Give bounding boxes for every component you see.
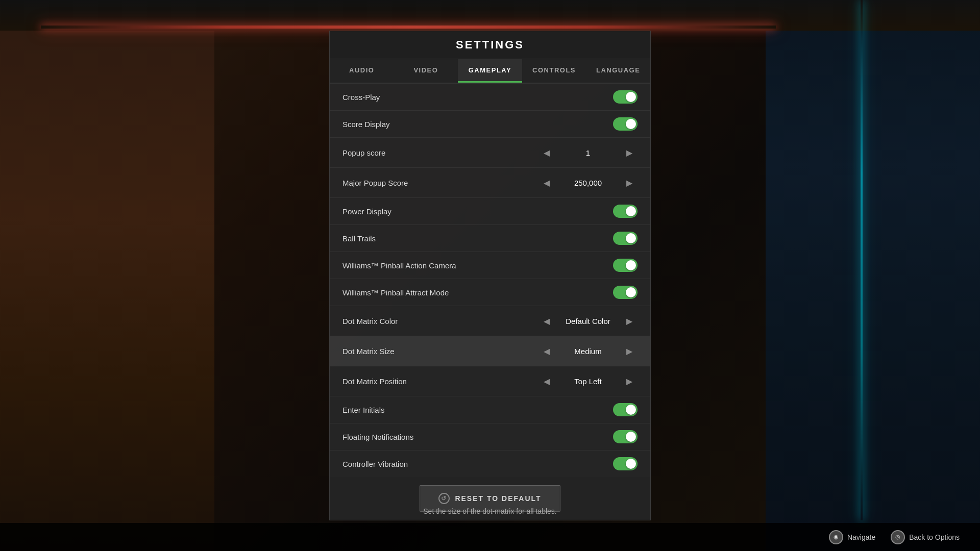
setting-row-floating-notifications: Floating Notifications [330,423,650,450]
score-display-label: Score Display [342,120,613,129]
bg-left-wall [0,0,214,551]
setting-row-cross-play: Cross-Play [330,84,650,111]
dot-matrix-color-label: Dot Matrix Color [342,317,538,325]
dot-matrix-color-next[interactable]: ▶ [621,313,638,329]
major-popup-score-selector: ◀ 250,000 ▶ [538,174,638,191]
dot-matrix-color-prev[interactable]: ◀ [538,313,555,329]
setting-row-dot-matrix-color: Dot Matrix Color ◀ Default Color ▶ [330,306,650,336]
williams-action-camera-toggle[interactable] [613,259,638,272]
dot-matrix-color-selector: ◀ Default Color ▶ [538,313,638,329]
major-popup-score-label: Major Popup Score [342,179,538,187]
setting-row-power-display: Power Display [330,198,650,225]
tab-gameplay[interactable]: GAMEPLAY [458,59,522,83]
back-to-options-hint: ◎ Back to Options [891,530,960,544]
cross-play-toggle[interactable] [613,90,638,104]
floating-notifications-label: Floating Notifications [342,433,613,441]
neon-strip-cyan [861,0,863,520]
floating-notifications-toggle[interactable] [613,430,638,443]
ball-trails-toggle[interactable] [613,232,638,245]
setting-row-dot-matrix-position: Dot Matrix Position ◀ Top Left ▶ [330,366,650,396]
dot-matrix-color-value: Default Color [555,317,621,325]
enter-initials-toggle[interactable] [613,403,638,416]
popup-score-prev[interactable]: ◀ [538,144,555,161]
dot-matrix-size-next[interactable]: ▶ [621,343,638,359]
score-display-toggle[interactable] [613,117,638,131]
reset-icon: ↺ [438,493,450,504]
dot-matrix-position-next[interactable]: ▶ [621,373,638,389]
settings-content: Cross-Play Score Display Popup score ◀ 1… [330,84,650,477]
tab-video[interactable]: VIDEO [394,59,458,83]
tab-language[interactable]: LANGUAGE [586,59,650,83]
dot-matrix-size-prev[interactable]: ◀ [538,343,555,359]
settings-title: SETTINGS [330,31,650,59]
williams-attract-mode-label: Williams™ Pinball Attract Mode [342,288,613,297]
major-popup-score-prev[interactable]: ◀ [538,174,555,191]
navigate-label: Navigate [847,533,875,541]
reset-button-label: RESET TO DEFAULT [455,494,541,503]
back-to-options-icon: ◎ [891,530,905,544]
bg-right-wall [766,0,980,551]
tab-audio[interactable]: AUDIO [330,59,394,83]
setting-row-enter-initials: Enter Initials [330,396,650,423]
dot-matrix-position-label: Dot Matrix Position [342,377,538,386]
setting-row-ball-trails: Ball Trails [330,225,650,252]
setting-row-williams-attract-mode: Williams™ Pinball Attract Mode [330,279,650,306]
major-popup-score-next[interactable]: ▶ [621,174,638,191]
major-popup-score-value: 250,000 [555,179,621,187]
enter-initials-label: Enter Initials [342,406,613,414]
dot-matrix-size-value: Medium [555,347,621,356]
popup-score-selector: ◀ 1 ▶ [538,144,638,161]
setting-row-score-display: Score Display [330,111,650,138]
setting-row-dot-matrix-size: Dot Matrix Size ◀ Medium ▶ [330,336,650,366]
williams-action-camera-label: Williams™ Pinball Action Camera [342,261,613,270]
popup-score-label: Popup score [342,148,538,157]
dot-matrix-position-prev[interactable]: ◀ [538,373,555,389]
back-to-options-label: Back to Options [909,533,960,541]
power-display-label: Power Display [342,207,613,216]
navigate-hint: ◉ Navigate [829,530,875,544]
cross-play-label: Cross-Play [342,93,613,102]
popup-score-value: 1 [555,148,621,157]
dot-matrix-position-selector: ◀ Top Left ▶ [538,373,638,389]
controller-vibration-toggle[interactable] [613,457,638,470]
tab-controls[interactable]: CONTROLS [522,59,586,83]
navigate-icon: ◉ [829,530,843,544]
setting-row-major-popup-score: Major Popup Score ◀ 250,000 ▶ [330,168,650,198]
setting-row-williams-action-camera: Williams™ Pinball Action Camera [330,252,650,279]
dot-matrix-position-value: Top Left [555,377,621,386]
dot-matrix-size-selector: ◀ Medium ▶ [538,343,638,359]
controller-vibration-label: Controller Vibration [342,460,613,468]
popup-score-next[interactable]: ▶ [621,144,638,161]
bottom-bar: ◉ Navigate ◎ Back to Options [0,523,980,551]
setting-row-controller-vibration: Controller Vibration [330,450,650,477]
neon-strip-red [41,26,776,29]
help-text: Set the size of the dot-matrix for all t… [423,507,556,515]
williams-attract-mode-toggle[interactable] [613,286,638,299]
ball-trails-label: Ball Trails [342,234,613,243]
tabs-container: AUDIO VIDEO GAMEPLAY CONTROLS LANGUAGE [330,59,650,84]
dot-matrix-size-label: Dot Matrix Size [342,347,538,356]
setting-row-popup-score: Popup score ◀ 1 ▶ [330,138,650,168]
power-display-toggle[interactable] [613,205,638,218]
settings-panel: SETTINGS AUDIO VIDEO GAMEPLAY CONTROLS L… [329,31,651,520]
